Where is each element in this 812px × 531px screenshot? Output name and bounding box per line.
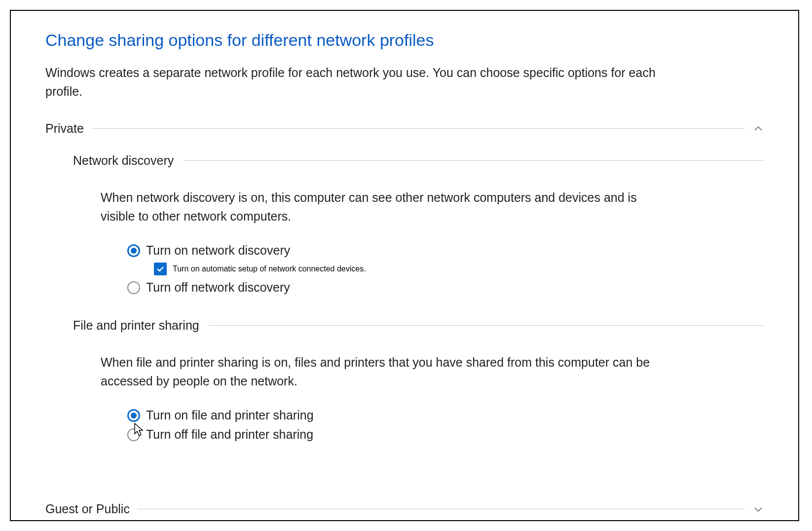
radio-icon — [127, 409, 140, 422]
subsection-network-discovery: Network discovery When network discovery… — [73, 153, 764, 295]
divider — [184, 160, 764, 161]
divider — [209, 325, 764, 326]
advanced-sharing-panel: Change sharing options for different net… — [10, 10, 799, 521]
radio-network-discovery-on[interactable]: Turn on network discovery — [127, 243, 764, 258]
radio-file-printer-off[interactable]: Turn off file and printer sharing — [127, 427, 764, 442]
page-subtitle: Windows creates a separate network profi… — [45, 64, 687, 101]
radio-label: Turn off network discovery — [146, 280, 290, 295]
file-printer-label: File and printer sharing — [73, 318, 199, 333]
subheader-file-printer: File and printer sharing — [73, 318, 764, 333]
radio-label: Turn on network discovery — [146, 243, 290, 258]
divider — [92, 128, 745, 129]
section-guest-public-label: Guest or Public — [45, 502, 130, 516]
network-discovery-desc: When network discovery is on, this compu… — [101, 189, 668, 226]
radio-icon — [127, 244, 140, 257]
network-discovery-label: Network discovery — [73, 153, 174, 168]
chevron-down-icon — [753, 504, 764, 515]
file-printer-desc: When file and printer sharing is on, fil… — [101, 353, 668, 390]
page-title: Change sharing options for different net… — [45, 31, 764, 50]
radio-label: Turn on file and printer sharing — [146, 408, 314, 422]
radio-label: Turn off file and printer sharing — [146, 427, 313, 442]
section-private-label: Private — [45, 121, 84, 136]
divider — [138, 509, 745, 509]
radio-icon — [127, 428, 140, 441]
checkbox-icon — [154, 263, 167, 275]
file-printer-options: Turn on file and printer sharing Turn of… — [127, 408, 764, 442]
section-header-private[interactable]: Private — [45, 121, 764, 136]
network-discovery-options: Turn on network discovery Turn on automa… — [127, 243, 764, 295]
section-header-guest-public[interactable]: Guest or Public — [45, 502, 764, 520]
radio-file-printer-on[interactable]: Turn on file and printer sharing — [127, 408, 764, 422]
radio-icon — [127, 281, 140, 294]
radio-network-discovery-off[interactable]: Turn off network discovery — [127, 280, 764, 295]
subheader-network-discovery: Network discovery — [73, 153, 764, 168]
chevron-up-icon — [753, 123, 764, 134]
checkbox-auto-setup[interactable]: Turn on automatic setup of network conne… — [154, 263, 764, 275]
subsection-file-printer-sharing: File and printer sharing When file and p… — [73, 318, 764, 442]
checkbox-label: Turn on automatic setup of network conne… — [173, 265, 366, 273]
